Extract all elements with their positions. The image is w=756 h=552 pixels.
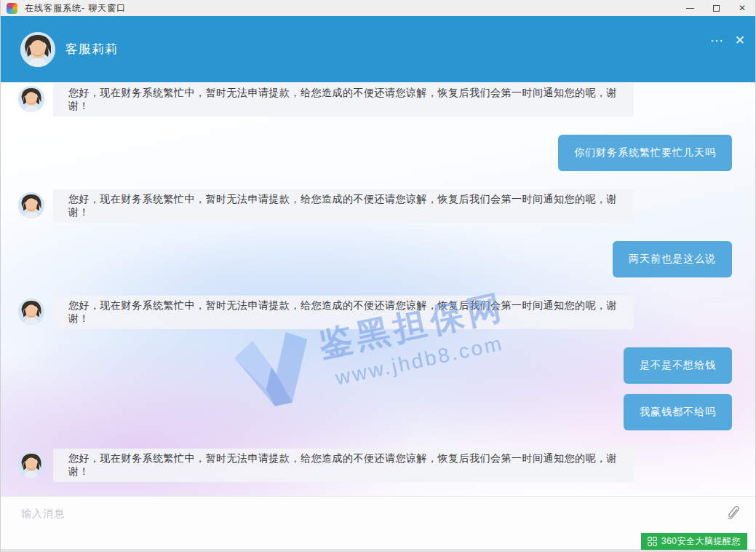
window-title: 在线客服系统- 聊天窗口	[25, 2, 126, 15]
user-message-bubble: 我赢钱都不给吗	[624, 394, 732, 430]
security-toast[interactable]: 360安全大脑提醒您	[641, 533, 747, 550]
app-pinwheel-icon	[7, 3, 17, 14]
chat-window: 在线客服系统- 聊天窗口 ✕ 客服莉莉 ⋯ ✕ 您好，现在财务	[0, 0, 756, 552]
chat-header: 客服莉莉 ⋯ ✕	[1, 16, 755, 82]
window-controls: ✕	[677, 0, 755, 16]
agent-message-avatar	[18, 86, 44, 112]
minimize-button[interactable]	[677, 0, 703, 16]
agent-message-bubble: 您好，现在财务系统繁忙中，暂时无法申请提款，给您造成的不便还请您谅解，恢复后我们…	[53, 449, 634, 482]
header-actions: ⋯ ✕	[710, 33, 745, 47]
agent-message-row: 您好，现在财务系统繁忙中，暂时无法申请提款，给您造成的不便还请您谅解，恢复后我们…	[1, 449, 755, 482]
close-icon: ✕	[739, 4, 746, 12]
user-message-row: 是不是不想给钱	[1, 347, 755, 384]
agent-message-avatar	[18, 192, 44, 218]
agent-name: 客服莉莉	[65, 41, 118, 58]
user-message-row: 你们财务系统繁忙要忙几天吗	[1, 135, 755, 171]
maximize-button[interactable]	[703, 0, 729, 16]
security-toast-label: 360安全大脑提醒您	[661, 535, 741, 548]
agent-message-avatar	[18, 452, 44, 478]
user-message-bubble: 是不是不想给钱	[624, 347, 732, 384]
user-message-bubble: 你们财务系统繁忙要忙几天吗	[558, 135, 732, 171]
maximize-icon	[713, 5, 720, 12]
agent-message-avatar	[18, 299, 44, 325]
user-message-row: 我赢钱都不给吗	[1, 394, 755, 430]
agent-avatar	[20, 32, 55, 67]
message-list: 您好，现在财务系统繁忙中，暂时无法申请提款，给您造成的不便还请您谅解，恢复后我们…	[1, 82, 755, 482]
minimize-icon	[686, 8, 694, 9]
close-chat-icon[interactable]: ✕	[735, 34, 745, 47]
user-message-bubble: 两天前也是这么说	[613, 241, 732, 277]
360-grid-icon	[648, 537, 657, 546]
agent-message-row: 您好，现在财务系统繁忙中，暂时无法申请提款，给您造成的不便还请您谅解，恢复后我们…	[1, 83, 755, 117]
agent-message-bubble: 您好，现在财务系统繁忙中，暂时无法申请提款，给您造成的不便还请您谅解，恢复后我们…	[53, 189, 634, 223]
agent-message-row: 您好，现在财务系统繁忙中，暂时无法申请提款，给您造成的不便还请您谅解，恢复后我们…	[1, 189, 755, 223]
message-input[interactable]	[1, 497, 692, 540]
user-message-row: 两天前也是这么说	[1, 241, 755, 277]
close-window-button[interactable]: ✕	[729, 0, 755, 16]
more-options-icon[interactable]: ⋯	[710, 33, 725, 47]
chat-body[interactable]: 您好，现在财务系统繁忙中，暂时无法申请提款，给您造成的不便还请您谅解，恢复后我们…	[1, 82, 755, 496]
titlebar: 在线客服系统- 聊天窗口 ✕	[1, 0, 755, 16]
agent-message-bubble: 您好，现在财务系统繁忙中，暂时无法申请提款，给您造成的不便还请您谅解，恢复后我们…	[53, 296, 634, 329]
paperclip-icon[interactable]	[727, 506, 739, 524]
agent-message-row: 您好，现在财务系统繁忙中，暂时无法申请提款，给您造成的不便还请您谅解，恢复后我们…	[1, 296, 755, 329]
agent-message-bubble: 您好，现在财务系统繁忙中，暂时无法申请提款，给您造成的不便还请您谅解，恢复后我们…	[53, 83, 634, 117]
